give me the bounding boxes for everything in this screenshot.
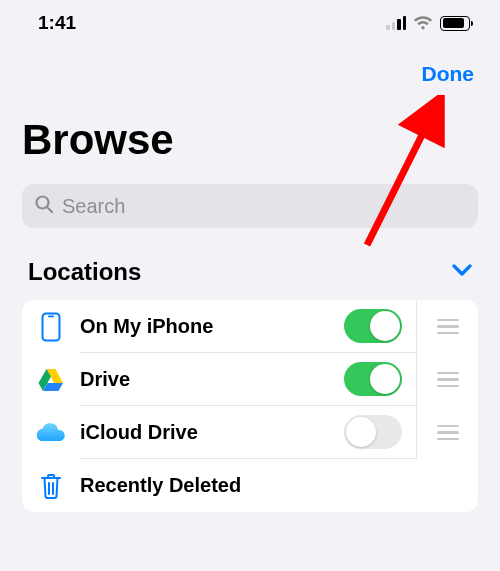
toggle-on-my-iphone[interactable] (344, 309, 402, 343)
locations-list: On My iPhone Drive iCloud Drive (22, 300, 478, 512)
done-button[interactable]: Done (422, 62, 475, 86)
row-label: iCloud Drive (80, 421, 344, 444)
row-label: Recently Deleted (80, 474, 464, 497)
icloud-icon (22, 423, 80, 443)
google-drive-icon (22, 368, 80, 392)
status-bar: 1:41 (0, 0, 500, 42)
iphone-icon (22, 312, 80, 342)
row-icloud-drive: iCloud Drive (22, 406, 478, 459)
reorder-handle[interactable] (416, 300, 478, 353)
svg-rect-2 (43, 313, 60, 340)
section-title: Locations (28, 258, 141, 286)
chevron-down-icon (452, 263, 472, 281)
cellular-signal-icon (386, 16, 406, 30)
toggle-drive[interactable] (344, 362, 402, 396)
reorder-handle[interactable] (416, 406, 478, 459)
status-icons (386, 16, 470, 31)
row-label: Drive (80, 368, 344, 391)
svg-line-1 (47, 207, 52, 212)
svg-rect-3 (48, 315, 54, 317)
toggle-icloud-drive[interactable] (344, 415, 402, 449)
row-drive: Drive (22, 353, 478, 406)
row-on-my-iphone: On My iPhone (22, 300, 478, 353)
trash-icon (22, 472, 80, 500)
locations-header[interactable]: Locations (0, 228, 500, 300)
battery-icon (440, 16, 470, 31)
row-recently-deleted[interactable]: Recently Deleted (22, 459, 478, 512)
nav-bar: Done (0, 42, 500, 86)
reorder-handle[interactable] (416, 353, 478, 406)
wifi-icon (413, 16, 433, 31)
search-input[interactable]: Search (22, 184, 478, 228)
row-label: On My iPhone (80, 315, 344, 338)
search-placeholder: Search (62, 195, 125, 218)
page-title: Browse (0, 86, 500, 178)
search-icon (34, 194, 54, 218)
status-time: 1:41 (38, 12, 76, 34)
